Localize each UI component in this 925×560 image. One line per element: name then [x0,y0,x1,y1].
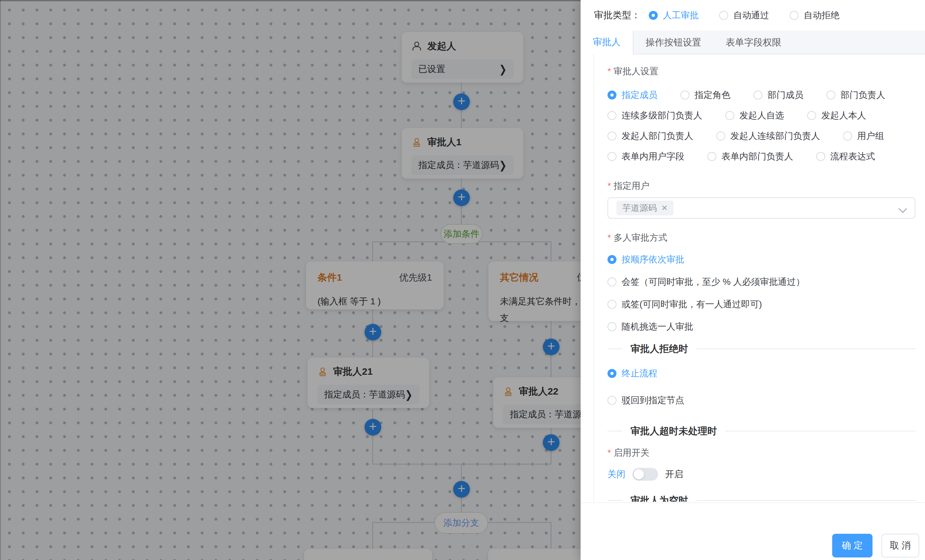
radio-icon [789,11,798,20]
tab-form-field-permission[interactable]: 表单字段权限 [713,31,794,54]
user-tag: 芋道源码 ✕ [616,201,673,215]
drawer-tabbar: 审批人 操作按钮设置 表单字段权限 [581,31,925,54]
radio-initiator-self[interactable]: 发起人本人 [807,110,866,122]
radio-label: 部门成员 [768,89,803,101]
approver-setting-field: 审批人设置 [607,65,915,77]
radio-icon [816,152,825,161]
radio-label: 用户组 [857,130,884,142]
radio-form-dept-leader[interactable]: 表单内部门负责人 [707,151,793,163]
radio-label: 发起人部门负责人 [622,130,693,142]
radio-icon [649,11,658,20]
radio-label: 发起人本人 [821,110,866,122]
radio-icon [607,255,616,264]
approval-type-header: 审批类型： 人工审批 自动通过 自动拒绝 [594,0,839,31]
tab-approver[interactable]: 审批人 [581,31,633,54]
radio-icon [607,396,616,405]
radio-assign-member[interactable]: 指定成员 [607,89,657,101]
radio-multi-level-dept-leader[interactable]: 连续多级部门负责人 [607,110,702,122]
radio-label: 自动拒绝 [804,9,839,21]
radio-icon [719,11,728,20]
radio-label: 部门负责人 [841,89,885,101]
footer-divider [581,503,925,503]
radio-label: 发起人连续部门负责人 [731,130,820,142]
tab-button-settings[interactable]: 操作按钮设置 [633,31,713,54]
enable-toggle[interactable] [633,468,658,481]
radio-terminate-process[interactable]: 终止流程 [607,367,915,379]
radio-countersign[interactable]: 会签（可同时审批，至少 % 人必须审批通过） [607,276,915,288]
reject-options: 终止流程 驳回到指定节点 [607,367,915,406]
confirm-button[interactable]: 确 定 [832,534,872,557]
radio-icon [753,90,762,99]
radio-process-expression[interactable]: 流程表达式 [816,151,875,163]
radio-initiator-multi-dept-leader[interactable]: 发起人连续部门负责人 [716,130,820,142]
approval-type-radio-group: 人工审批 自动通过 自动拒绝 [649,9,839,21]
approval-type-label: 审批类型： [594,9,640,22]
radio-label: 会签（可同时审批，至少 % 人必须审批通过） [622,276,804,288]
radio-sequential-approve[interactable]: 按顺序依次审批 [607,253,915,266]
multi-approve-label: 多人审批方式 [607,233,667,242]
radio-label: 发起人自选 [739,110,784,122]
radio-icon [807,111,816,120]
approver-setting-label: 审批人设置 [607,66,658,76]
radio-label: 表单内部门负责人 [722,151,793,163]
modal-mask [0,0,581,560]
approver-setting-row2: 连续多级部门负责人 发起人自选 发起人本人 [607,110,915,122]
radio-auto-pass[interactable]: 自动通过 [719,9,769,21]
radio-label: 人工审批 [663,9,699,21]
radio-auto-reject[interactable]: 自动拒绝 [789,9,839,21]
radio-label: 或签(可同时审批，有一人通过即可) [622,298,762,310]
drawer-body[interactable]: 审批人设置 指定成员 指定角色 部门成员 部门负责人 [581,54,925,502]
tag-close-icon[interactable]: ✕ [661,203,668,212]
radio-label: 指定角色 [695,89,731,101]
radio-icon [725,111,734,120]
radio-label: 随机挑选一人审批 [622,321,693,333]
radio-return-to-node[interactable]: 驳回到指定节点 [607,394,915,406]
approval-flow-designer: 发起人 已设置 ❯ 审批人1 指定成员：芋道源码 ❯ 添加条件 [0,0,925,560]
radio-icon [607,322,616,331]
radio-icon [843,131,852,140]
flow-canvas[interactable]: 发起人 已设置 ❯ 审批人1 指定成员：芋道源码 ❯ 添加条件 [0,0,581,560]
canvas-top-edge [0,0,581,1]
radio-dept-member[interactable]: 部门成员 [753,89,803,101]
reject-section-title: 审批人拒绝时 [622,342,696,356]
radio-initiator-choose[interactable]: 发起人自选 [725,110,784,122]
radio-label: 按顺序依次审批 [622,253,684,266]
approver-setting-row4: 表单内用户字段 表单内部门负责人 流程表达式 [607,151,915,163]
radio-manual-approve[interactable]: 人工审批 [649,9,699,21]
multi-approve-field: 多人审批方式 [607,232,915,244]
assign-user-label: 指定用户 [607,181,649,191]
radio-form-user-field[interactable]: 表单内用户字段 [607,151,684,163]
body-divider-line [594,54,594,502]
radio-label: 终止流程 [622,367,657,379]
radio-icon [607,131,616,140]
radio-icon [607,369,616,378]
radio-assign-role[interactable]: 指定角色 [681,89,731,101]
toggle-knob [634,469,644,479]
radio-icon [681,90,689,99]
radio-label: 自动通过 [733,9,769,21]
radio-user-group[interactable]: 用户组 [843,130,884,142]
radio-icon [707,152,716,161]
radio-dept-leader[interactable]: 部门负责人 [826,89,885,101]
assign-user-field: 指定用户 [607,180,915,192]
timeout-section-title: 审批人超时未处理时 [622,424,725,438]
radio-label: 流程表达式 [830,151,875,163]
node-settings-drawer: 审批类型： 人工审批 自动通过 自动拒绝 审批人 操作按钮设置 表单字 [581,0,925,560]
radio-icon [607,300,616,309]
radio-initiator-dept-leader[interactable]: 发起人部门负责人 [607,130,693,142]
radio-random-one[interactable]: 随机挑选一人审批 [607,321,915,333]
radio-icon [607,152,616,161]
timeout-section-divider: 审批人超时未处理时 [607,424,915,438]
chevron-down-icon [898,205,907,213]
enable-switch-row: 关闭 开启 [607,468,915,481]
radio-icon [716,131,725,140]
radio-label: 指定成员 [622,89,657,101]
empty-section-title: 审批人为空时 [622,494,696,502]
radio-orsign[interactable]: 或签(可同时审批，有一人通过即可) [607,298,915,310]
approver-setting-row3: 发起人部门负责人 发起人连续部门负责人 用户组 [607,130,915,142]
radio-icon [826,90,835,99]
radio-label: 驳回到指定节点 [622,394,684,406]
cancel-button[interactable]: 取 消 [881,534,919,557]
assign-user-select[interactable]: 芋道源码 ✕ [607,197,915,218]
radio-icon [607,277,616,286]
